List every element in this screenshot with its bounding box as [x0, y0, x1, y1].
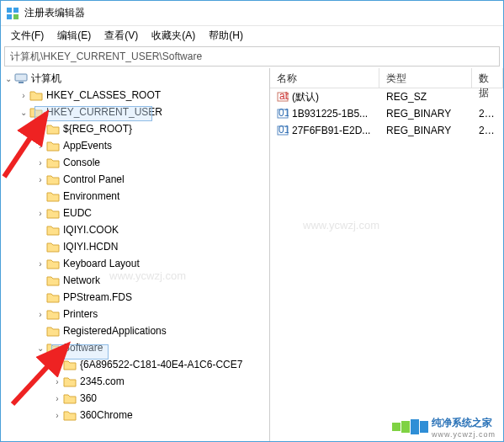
folder-icon: [46, 140, 60, 152]
tree-software[interactable]: ⌄ Software: [1, 339, 269, 356]
tree-360chrome[interactable]: › 360Chrome: [1, 407, 269, 423]
tree-regroot[interactable]: ${REG_ROOT}: [1, 120, 269, 137]
tree-iqiyihcdn[interactable]: IQIYI.HCDN: [1, 238, 269, 255]
value-row[interactable]: ab (默认) REG_SZ: [270, 88, 503, 105]
chevron-right-icon[interactable]: ›: [34, 158, 46, 168]
tree-label: 360: [80, 392, 97, 404]
tree-kbd[interactable]: › Keyboard Layout: [1, 255, 269, 272]
tree-appevents[interactable]: › AppEvents: [1, 137, 269, 154]
svg-text:011: 011: [279, 108, 289, 119]
chevron-right-icon[interactable]: ›: [34, 175, 46, 184]
tree-label: Printers: [63, 308, 98, 320]
folder-icon: [46, 241, 60, 253]
value-name: (默认): [292, 90, 319, 104]
folder-open-icon: [46, 342, 60, 354]
chevron-right-icon[interactable]: ›: [51, 377, 63, 386]
tree-printers[interactable]: › Printers: [1, 306, 269, 322]
tree-guidkey[interactable]: › {6A896522-C181-40E4-A1C6-CCE7: [1, 356, 269, 373]
col-name[interactable]: 名称: [270, 68, 379, 88]
chevron-right-icon[interactable]: ›: [34, 259, 46, 269]
value-type: REG_SZ: [379, 89, 472, 104]
tree-panel[interactable]: ⌄ 计算机 › HKEY_CLASSES_ROOT ⌄ HKEY_CURRENT…: [1, 68, 270, 441]
tree-hkcu[interactable]: ⌄ HKEY_CURRENT_USER: [1, 104, 269, 120]
address-path: 计算机\HKEY_CURRENT_USER\Software: [10, 50, 202, 64]
chevron-right-icon[interactable]: ›: [51, 394, 63, 403]
chevron-right-icon[interactable]: ›: [34, 209, 46, 218]
tree-console[interactable]: › Console: [1, 154, 269, 171]
tree-net[interactable]: Network: [1, 272, 269, 289]
value-type: REG_BINARY: [379, 123, 472, 138]
menu-edit[interactable]: 编辑(E): [50, 26, 98, 45]
computer-icon: [14, 72, 28, 84]
value-data: 2e 1c: [472, 123, 503, 138]
col-type[interactable]: 类型: [379, 68, 472, 88]
folder-icon: [29, 89, 43, 101]
chevron-down-icon[interactable]: ⌄: [18, 108, 29, 117]
folder-icon: [63, 392, 77, 404]
folder-icon: [46, 224, 60, 236]
folder-icon: [29, 106, 43, 118]
chevron-right-icon[interactable]: ›: [51, 411, 63, 420]
folder-icon: [46, 308, 60, 320]
chevron-right-icon[interactable]: ›: [34, 310, 46, 319]
chevron-right-icon[interactable]: ›: [34, 141, 46, 151]
tree-ppstream[interactable]: PPStream.FDS: [1, 289, 269, 306]
string-value-icon: ab: [277, 91, 289, 103]
menubar: 文件(F) 编辑(E) 查看(V) 收藏夹(A) 帮助(H): [1, 26, 503, 45]
address-bar[interactable]: 计算机\HKEY_CURRENT_USER\Software: [4, 46, 500, 67]
folder-icon: [46, 291, 60, 303]
menu-view[interactable]: 查看(V): [98, 26, 145, 45]
col-data[interactable]: 数据: [472, 68, 503, 88]
tree-hkcr[interactable]: › HKEY_CLASSES_ROOT: [1, 87, 269, 104]
value-row[interactable]: 011 1B931225-1B5... REG_BINARY 21 d2: [270, 105, 503, 122]
tree-cpanel[interactable]: › Control Panel: [1, 171, 269, 188]
tree-label: HKEY_CURRENT_USER: [46, 106, 162, 118]
svg-text:011: 011: [279, 125, 289, 136]
tree-2345[interactable]: › 2345.com: [1, 373, 269, 390]
tree-env[interactable]: Environment: [1, 188, 269, 205]
value-name: 27F6FB91-E2D...: [292, 125, 370, 136]
folder-icon: [46, 123, 60, 135]
chevron-down-icon[interactable]: ⌄: [3, 74, 14, 83]
chevron-right-icon[interactable]: ›: [51, 360, 63, 370]
menu-file[interactable]: 文件(F): [4, 26, 50, 45]
titlebar: 注册表编辑器: [1, 1, 503, 26]
tree-label: Keyboard Layout: [63, 258, 140, 269]
chevron-right-icon[interactable]: ›: [18, 91, 29, 100]
tree-label: {6A896522-C181-40E4-A1C6-CCE7: [80, 359, 242, 370]
folder-icon: [63, 375, 77, 387]
tree-label: 计算机: [31, 72, 61, 86]
value-name: 1B931225-1B5...: [292, 108, 368, 120]
binary-value-icon: 011: [277, 125, 289, 136]
svg-rect-0: [7, 8, 12, 13]
watermark-squares-icon: [392, 419, 428, 434]
tree-eudc[interactable]: › EUDC: [1, 205, 269, 221]
tree-label: Environment: [63, 190, 119, 202]
content-area: ⌄ 计算机 › HKEY_CLASSES_ROOT ⌄ HKEY_CURRENT…: [1, 68, 503, 441]
tree-360[interactable]: › 360: [1, 390, 269, 407]
binary-value-icon: 011: [277, 108, 289, 120]
menu-favorites[interactable]: 收藏夹(A): [145, 26, 202, 45]
app-icon: [6, 7, 19, 20]
watermark-brand: 纯净系统之家: [432, 417, 492, 429]
tree-label: IQIYI.COOK: [63, 224, 119, 236]
folder-icon: [46, 258, 60, 269]
window-title: 注册表编辑器: [24, 6, 85, 20]
chevron-down-icon[interactable]: ⌄: [34, 343, 46, 353]
folder-icon: [46, 325, 60, 337]
value-row[interactable]: 011 27F6FB91-E2D... REG_BINARY 2e 1c: [270, 122, 503, 139]
tree-label: PPStream.FDS: [63, 291, 132, 303]
tree-label: HKEY_CLASSES_ROOT: [46, 89, 161, 101]
tree-regapps[interactable]: RegisteredApplications: [1, 322, 269, 339]
tree-label: Network: [63, 274, 100, 286]
folder-icon: [46, 190, 60, 202]
tree-label: ${REG_ROOT}: [63, 123, 132, 135]
value-data: [472, 95, 503, 99]
tree-root[interactable]: ⌄ 计算机: [1, 70, 269, 87]
tree-label: Software: [63, 342, 103, 354]
watermark-url: www.ycwzj.com: [432, 430, 496, 439]
menu-help[interactable]: 帮助(H): [202, 26, 250, 45]
tree-iqiyicook[interactable]: IQIYI.COOK: [1, 221, 269, 238]
svg-rect-1: [13, 8, 19, 13]
value-data: 21 d2: [472, 106, 503, 121]
